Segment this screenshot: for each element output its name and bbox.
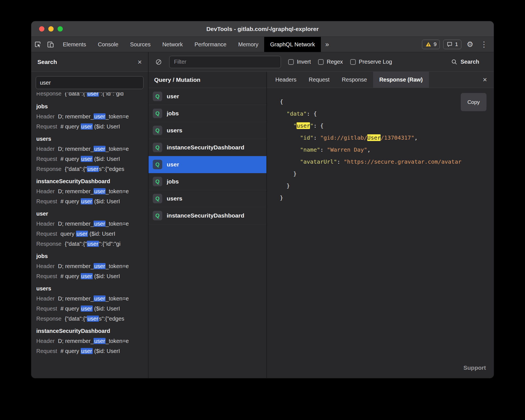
search-result-line[interactable]: Response{"data":{"users":{"edges — [36, 314, 143, 324]
query-name: users — [167, 195, 182, 202]
search-result-line[interactable]: HeaderD; remember_user_token=e — [36, 293, 143, 304]
query-type-badge: Q — [153, 160, 162, 169]
search-result-line[interactable]: HeaderD; remember_user_token=e — [36, 111, 143, 121]
query-name: instanceSecurityDashboard — [167, 144, 244, 151]
query-list-item[interactable]: Qjobs — [149, 173, 266, 190]
tab-elements[interactable]: Elements — [57, 37, 92, 52]
warning-triangle-icon — [425, 41, 431, 47]
tab-memory[interactable]: Memory — [232, 37, 264, 52]
detail-tab-request[interactable]: Request — [303, 72, 336, 88]
response-raw-view: { "data": { "user": { "id": "gid://gitla… — [267, 88, 494, 378]
search-result-line[interactable]: Request# query user ($id: UserI — [36, 346, 143, 356]
search-result-line[interactable]: HeaderD; remember_user_token=e — [36, 261, 143, 271]
search-result-line[interactable]: HeaderD; remember_user_token=e — [36, 144, 143, 154]
minimize-window-button[interactable] — [48, 26, 54, 32]
search-result-line[interactable]: Response{"data":{"user":{"id":"gid — [36, 92, 143, 99]
query-name: user — [167, 161, 179, 168]
invert-checkbox[interactable]: Invert — [288, 59, 311, 65]
warning-count: 9 — [434, 41, 437, 47]
query-type-badge: Q — [153, 126, 162, 135]
support-link[interactable]: Support — [464, 362, 486, 374]
devtools-tabbar: ElementsConsoleSourcesNetworkPerformance… — [31, 37, 494, 52]
search-result-line[interactable]: HeaderD; remember_user_token=e — [36, 219, 143, 229]
search-result-line[interactable]: Response{"data":{"users":{"edges — [36, 164, 143, 174]
search-result-line[interactable]: Request# query user ($id: UserI — [36, 271, 143, 281]
tab-performance[interactable]: Performance — [189, 37, 233, 52]
query-list-item[interactable]: Qjobs — [149, 105, 266, 122]
device-toolbar-button[interactable] — [44, 37, 57, 52]
search-result-group: usersHeaderD; remember_user_token=eReque… — [36, 134, 143, 174]
search-result-line[interactable]: Response{"data":{"user":{"id":"gi — [36, 239, 143, 249]
filter-input[interactable] — [169, 56, 281, 68]
query-list-item[interactable]: QinstanceSecurityDashboard — [149, 207, 266, 224]
issues-badge[interactable]: 1 — [443, 40, 461, 49]
search-result-group-title[interactable]: instanceSecurityDashboard — [36, 326, 143, 336]
query-list-item[interactable]: Qusers — [149, 190, 266, 207]
inspect-cursor-icon — [34, 41, 41, 48]
json-line: "avatarUrl": "https://secure.gravatar.co… — [280, 156, 488, 168]
detail-panel: HeadersRequestResponseResponse (Raw) × {… — [267, 72, 494, 378]
toolbar-search-label: Search — [460, 59, 479, 65]
search-result-line[interactable]: Requestquery user ($id: UserI — [36, 229, 143, 239]
warnings-badge[interactable]: 9 — [422, 40, 440, 49]
search-input[interactable] — [36, 76, 144, 89]
query-type-badge: Q — [153, 143, 162, 152]
search-panel-header: Search × — [31, 52, 148, 72]
search-result-line[interactable]: Request# query user ($id: UserI — [36, 154, 143, 164]
search-result-group: jobsHeaderD; remember_user_token=eReques… — [36, 101, 143, 132]
preserve-log-checkbox[interactable]: Preserve Log — [350, 59, 392, 65]
message-bubble-icon — [447, 41, 453, 47]
copy-button[interactable]: Copy — [461, 93, 486, 111]
search-result-line[interactable]: Request# query user ($id: UserI — [36, 304, 143, 314]
close-detail-panel-button[interactable]: × — [476, 72, 494, 88]
query-type-badge: Q — [153, 109, 162, 118]
close-search-panel-button[interactable]: × — [138, 58, 142, 66]
query-list-item[interactable]: Quser — [149, 88, 266, 105]
query-list-item[interactable]: Quser — [149, 156, 266, 173]
search-result-line[interactable]: Request# query user ($id: UserI — [36, 196, 143, 206]
query-type-badge: Q — [153, 211, 162, 220]
json-line: "user": { — [280, 120, 488, 132]
search-result-line[interactable]: HeaderD; remember_user_token=e — [36, 336, 143, 346]
query-type-badge: Q — [153, 194, 162, 203]
detail-tab-response[interactable]: Response — [336, 72, 373, 88]
search-result-group-title[interactable]: instanceSecurityDashboard — [36, 176, 143, 186]
devtools-window: DevTools - gitlab.com/-/graphql-explorer… — [31, 21, 494, 378]
search-panel: Search × Response{"data":{"user":{"id":"… — [31, 52, 149, 378]
search-result-line[interactable]: Request# query user ($id: UserI — [36, 121, 143, 132]
tab-sources[interactable]: Sources — [124, 37, 156, 52]
inspect-element-button[interactable] — [31, 37, 44, 52]
clear-icon[interactable] — [155, 59, 162, 65]
detail-tab-headers[interactable]: Headers — [269, 72, 303, 88]
search-result-group-title[interactable]: users — [36, 283, 143, 293]
search-result-line[interactable]: HeaderD; remember_user_token=e — [36, 186, 143, 196]
main-area: Search × Response{"data":{"user":{"id":"… — [31, 52, 494, 378]
query-list-item[interactable]: QinstanceSecurityDashboard — [149, 139, 266, 156]
search-result-group-title[interactable]: jobs — [36, 101, 143, 111]
devtools-menu-button[interactable]: ⋮ — [479, 40, 489, 49]
close-window-button[interactable] — [39, 26, 44, 32]
query-list-item[interactable]: Qusers — [149, 122, 266, 139]
search-result-group: instanceSecurityDashboardHeaderD; rememb… — [36, 176, 143, 206]
devtools-tabs: ElementsConsoleSourcesNetworkPerformance… — [57, 37, 321, 52]
maximize-window-button[interactable] — [58, 26, 63, 32]
window-controls — [31, 26, 63, 32]
detail-tab-response-raw[interactable]: Response (Raw) — [373, 72, 429, 88]
settings-button[interactable]: ⚙ — [465, 40, 475, 49]
search-result-group-title[interactable]: jobs — [36, 251, 143, 261]
query-name: jobs — [167, 110, 179, 117]
more-tabs-button[interactable]: » — [321, 37, 333, 52]
query-panel: Query / Mutation QuserQjobsQusersQinstan… — [149, 72, 267, 378]
tab-network[interactable]: Network — [156, 37, 188, 52]
search-icon — [451, 59, 457, 65]
message-count: 1 — [455, 41, 458, 47]
search-result-group: instanceSecurityDashboardHeaderD; rememb… — [36, 326, 143, 356]
regex-checkbox[interactable]: Regex — [318, 59, 343, 65]
search-result-group-title[interactable]: user — [36, 209, 143, 219]
search-input-wrap — [31, 72, 148, 91]
toolbar-search-button[interactable]: Search — [451, 59, 487, 65]
tab-graphql-network[interactable]: GraphQL Network — [264, 37, 321, 52]
search-result-group-title[interactable]: users — [36, 134, 143, 144]
json-line: "name": "Warren Day", — [280, 144, 488, 156]
tab-console[interactable]: Console — [92, 37, 124, 52]
